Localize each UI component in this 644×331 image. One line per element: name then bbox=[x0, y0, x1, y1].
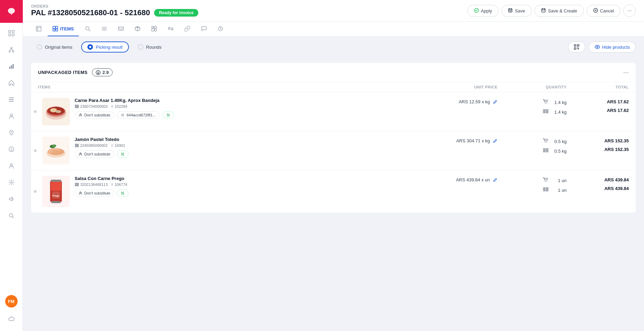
person-icon[interactable] bbox=[4, 108, 19, 124]
svg-point-75 bbox=[545, 103, 546, 104]
section-title: UNPACKAGED ITEMS bbox=[38, 70, 88, 75]
price-cell: ARS 304.71 x kg bbox=[428, 137, 498, 144]
avatar[interactable]: FM bbox=[5, 295, 18, 308]
save-icon bbox=[508, 8, 513, 14]
substitute-label: Don't substitute bbox=[84, 113, 110, 117]
save-create-button[interactable]: Save & Create bbox=[534, 5, 584, 17]
qty-ordered: 1 un bbox=[543, 177, 567, 183]
svg-point-6 bbox=[12, 51, 14, 52]
megaphone-icon[interactable] bbox=[4, 191, 19, 207]
svg-rect-89 bbox=[76, 144, 76, 147]
svg-line-7 bbox=[10, 49, 11, 51]
percent-tag[interactable] bbox=[162, 111, 174, 119]
apply-button[interactable]: Apply bbox=[467, 5, 499, 17]
tab-history[interactable] bbox=[213, 22, 228, 36]
filter-rounds[interactable]: Rounds bbox=[132, 42, 167, 52]
unit-price: ARS 12.59 x kg bbox=[459, 99, 490, 104]
svg-rect-13 bbox=[9, 99, 14, 100]
grid-icon[interactable] bbox=[4, 26, 19, 41]
hash-tag[interactable]: 644accd672f81... bbox=[117, 111, 159, 119]
table-row: Jamón Pastel Toledo 2345985000002 # 1690… bbox=[31, 131, 636, 170]
user-icon[interactable] bbox=[4, 158, 19, 173]
chart-icon[interactable] bbox=[4, 59, 19, 74]
sidebar-nav: $ bbox=[4, 23, 19, 295]
total-picked: ARS 17.62 bbox=[607, 108, 629, 113]
qty-cell: 1 un 1 un bbox=[498, 176, 567, 193]
svg-rect-113 bbox=[77, 183, 78, 186]
svg-line-8 bbox=[11, 49, 13, 51]
substitute-tag[interactable]: Don't substitute bbox=[75, 150, 114, 158]
product-name: Carne Para Asar 1.40Kg. Aprox Bandeja bbox=[75, 98, 428, 103]
svg-rect-54 bbox=[575, 48, 575, 49]
substitute-tag[interactable]: Don't substitute bbox=[75, 189, 114, 197]
search-icon[interactable] bbox=[4, 208, 19, 223]
app-logo[interactable] bbox=[0, 0, 23, 23]
filter-original-items[interactable]: Original items bbox=[31, 42, 78, 52]
svg-rect-88 bbox=[75, 144, 75, 147]
substitute-tag[interactable]: Don't substitute bbox=[75, 111, 114, 119]
more-options-button[interactable]: ··· bbox=[623, 4, 636, 17]
percent-tag[interactable] bbox=[117, 189, 129, 197]
edit-price-icon[interactable] bbox=[493, 100, 498, 105]
settings-icon[interactable] bbox=[4, 175, 19, 190]
svg-point-4 bbox=[11, 47, 12, 49]
svg-point-94 bbox=[121, 153, 122, 154]
tab-items-label: ITEMS bbox=[60, 26, 74, 31]
svg-rect-33 bbox=[56, 29, 58, 31]
save-button[interactable]: Save bbox=[501, 5, 532, 17]
tab-box[interactable] bbox=[130, 22, 145, 36]
tab-link[interactable] bbox=[180, 22, 195, 36]
tab-items[interactable]: ITEMS bbox=[48, 22, 79, 36]
svg-rect-77 bbox=[543, 109, 544, 113]
price-cell: ARS 439.84 x un bbox=[428, 176, 498, 183]
barcode: 2345985000002 bbox=[75, 143, 108, 148]
collapse-button[interactable]: — bbox=[623, 69, 629, 76]
tab-transfer[interactable] bbox=[163, 22, 178, 36]
svg-rect-108 bbox=[51, 180, 61, 182]
ellipsis-icon: ··· bbox=[627, 8, 632, 14]
svg-rect-99 bbox=[543, 148, 544, 152]
tab-search[interactable] bbox=[80, 22, 95, 36]
header: ORDERS PAL #1328050521680-01 - 521680 Re… bbox=[23, 0, 644, 22]
svg-rect-105 bbox=[51, 181, 61, 191]
svg-rect-32 bbox=[53, 29, 55, 31]
product-name: Jamón Pastel Toledo bbox=[75, 137, 428, 142]
filter-picking-result[interactable]: Picking result bbox=[81, 41, 129, 53]
location-icon[interactable] bbox=[4, 125, 19, 140]
percent-tag[interactable] bbox=[117, 150, 129, 158]
qty-cell: 1.4 kg 1.4 kg bbox=[498, 98, 567, 115]
table-row: Carne Para Asar 1.40Kg. Aprox Bandeja 23… bbox=[31, 92, 636, 131]
svg-rect-123 bbox=[546, 187, 546, 191]
cancel-button[interactable]: Cancel bbox=[587, 5, 621, 17]
tab-list[interactable] bbox=[97, 22, 112, 36]
hide-products-label: Hide products bbox=[602, 45, 630, 50]
home-icon[interactable] bbox=[4, 75, 19, 91]
total-picked: ARS 439.84 bbox=[604, 186, 629, 191]
table-row: Prego Salsa Con Carne Prego 320213646811… bbox=[31, 170, 636, 213]
main-content: ORDERS PAL #1328050521680-01 - 521680 Re… bbox=[23, 0, 644, 331]
edit-price-icon[interactable] bbox=[493, 178, 498, 183]
tab-grid[interactable] bbox=[146, 22, 162, 36]
tab-email[interactable] bbox=[113, 22, 129, 36]
product-tags: Don't substitute bbox=[75, 150, 428, 158]
hide-products-button[interactable]: Hide products bbox=[589, 41, 636, 53]
filter-bar: Original items Picking result Rounds Hid… bbox=[23, 37, 644, 57]
tab-chat[interactable] bbox=[196, 22, 211, 36]
list-icon[interactable] bbox=[4, 92, 19, 107]
qr-button[interactable] bbox=[568, 41, 585, 53]
dollar-icon[interactable]: $ bbox=[4, 142, 19, 157]
total-ordered: ARS 439.84 bbox=[604, 177, 629, 182]
nodes-icon[interactable] bbox=[4, 42, 19, 57]
edit-price-icon[interactable] bbox=[493, 139, 498, 144]
col-price: Unit price bbox=[428, 85, 498, 89]
total-ordered: ARS 152.35 bbox=[604, 138, 629, 143]
svg-point-119 bbox=[545, 181, 546, 182]
tab-table[interactable] bbox=[31, 22, 46, 36]
unit-price: ARS 439.84 x un bbox=[456, 177, 490, 182]
cloud-bottom-icon[interactable] bbox=[4, 312, 19, 327]
filter-rounds-label: Rounds bbox=[146, 45, 162, 50]
svg-rect-52 bbox=[575, 45, 575, 46]
header-title: PAL #1328050521680-01 - 521680 Ready for… bbox=[31, 8, 198, 17]
radio-picking bbox=[87, 44, 93, 50]
unit-price: ARS 304.71 x kg bbox=[456, 138, 490, 143]
